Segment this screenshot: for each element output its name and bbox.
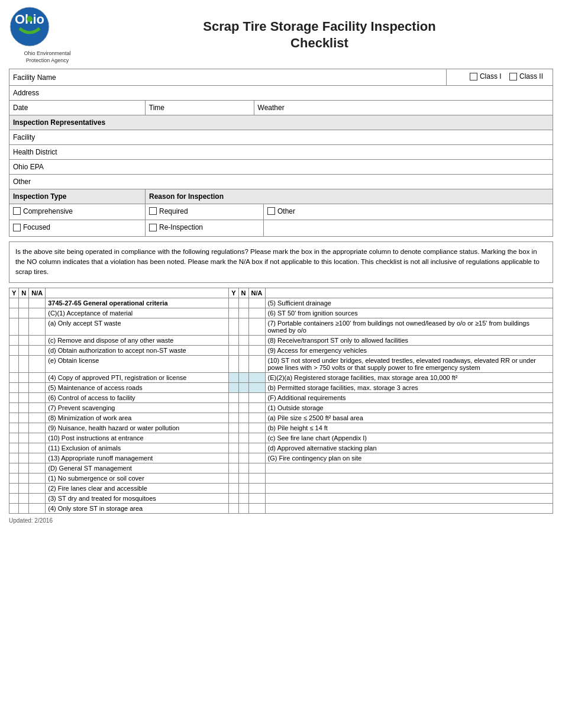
na-cell-left-5[interactable] [29, 355, 46, 372]
y-cell-left-15[interactable] [9, 463, 19, 473]
y-cell-left-6[interactable] [9, 372, 19, 382]
na-cell-left-17[interactable] [29, 483, 46, 493]
y-cell-right-17[interactable] [229, 483, 238, 493]
n-cell-left-13[interactable] [19, 443, 29, 453]
na-cell-left-6[interactable] [29, 372, 46, 382]
na-cell-left-11[interactable] [29, 423, 46, 433]
n-cell-right-19[interactable] [238, 503, 248, 513]
n-cell-left-3[interactable] [19, 335, 29, 345]
y-cell-left-0[interactable] [9, 298, 19, 308]
n-cell-left-18[interactable] [19, 493, 29, 503]
na-cell-right-2[interactable] [248, 318, 265, 335]
n-cell-right-5[interactable] [238, 355, 248, 372]
na-cell-right-8[interactable] [248, 392, 265, 402]
y-cell-right-14[interactable] [229, 453, 238, 463]
na-cell-left-9[interactable] [29, 402, 46, 413]
n-cell-right-14[interactable] [238, 453, 248, 463]
na-cell-left-2[interactable] [29, 318, 46, 335]
na-cell-left-15[interactable] [29, 463, 46, 473]
y-cell-left-9[interactable] [9, 402, 19, 413]
n-cell-left-2[interactable] [19, 318, 29, 335]
y-cell-right-11[interactable] [229, 423, 238, 433]
n-cell-left-16[interactable] [19, 473, 29, 483]
y-cell-left-3[interactable] [9, 335, 19, 345]
y-cell-left-19[interactable] [9, 503, 19, 513]
n-cell-right-16[interactable] [238, 473, 248, 483]
n-cell-right-6[interactable] [238, 372, 248, 382]
na-cell-left-7[interactable] [29, 382, 46, 392]
na-cell-right-10[interactable] [248, 413, 265, 423]
n-cell-left-1[interactable] [19, 308, 29, 318]
y-cell-right-4[interactable] [229, 345, 238, 355]
n-cell-right-9[interactable] [238, 402, 248, 413]
na-cell-right-18[interactable] [248, 493, 265, 503]
class-ii-checkbox[interactable] [509, 73, 517, 80]
y-cell-left-4[interactable] [9, 345, 19, 355]
required-option[interactable]: Required [149, 207, 188, 215]
y-cell-right-2[interactable] [229, 318, 238, 335]
y-cell-right-7[interactable] [229, 382, 238, 392]
required-checkbox[interactable] [149, 207, 157, 215]
y-cell-left-14[interactable] [9, 453, 19, 463]
n-cell-right-4[interactable] [238, 345, 248, 355]
na-cell-right-13[interactable] [248, 443, 265, 453]
n-cell-right-3[interactable] [238, 335, 248, 345]
n-cell-right-1[interactable] [238, 308, 248, 318]
na-cell-right-3[interactable] [248, 335, 265, 345]
n-cell-left-15[interactable] [19, 463, 29, 473]
y-cell-left-18[interactable] [9, 493, 19, 503]
n-cell-left-6[interactable] [19, 372, 29, 382]
na-cell-left-12[interactable] [29, 433, 46, 443]
y-cell-right-3[interactable] [229, 335, 238, 345]
y-cell-right-1[interactable] [229, 308, 238, 318]
class-ii-option[interactable]: Class II [509, 72, 543, 80]
y-cell-right-16[interactable] [229, 473, 238, 483]
focused-option[interactable]: Focused [13, 223, 50, 231]
n-cell-right-13[interactable] [238, 443, 248, 453]
y-cell-left-7[interactable] [9, 382, 19, 392]
na-cell-left-13[interactable] [29, 443, 46, 453]
n-cell-right-12[interactable] [238, 433, 248, 443]
reinspection-checkbox[interactable] [149, 224, 157, 231]
na-cell-left-0[interactable] [29, 298, 46, 308]
na-cell-right-0[interactable] [248, 298, 265, 308]
y-cell-left-2[interactable] [9, 318, 19, 335]
y-cell-left-8[interactable] [9, 392, 19, 402]
n-cell-right-0[interactable] [238, 298, 248, 308]
na-cell-right-9[interactable] [248, 402, 265, 413]
n-cell-left-17[interactable] [19, 483, 29, 493]
na-cell-left-16[interactable] [29, 473, 46, 483]
n-cell-right-18[interactable] [238, 493, 248, 503]
na-cell-left-3[interactable] [29, 335, 46, 345]
y-cell-right-13[interactable] [229, 443, 238, 453]
na-cell-left-19[interactable] [29, 503, 46, 513]
na-cell-right-1[interactable] [248, 308, 265, 318]
na-cell-right-4[interactable] [248, 345, 265, 355]
na-cell-left-1[interactable] [29, 308, 46, 318]
n-cell-left-4[interactable] [19, 345, 29, 355]
na-cell-right-16[interactable] [248, 473, 265, 483]
n-cell-right-8[interactable] [238, 392, 248, 402]
na-cell-left-4[interactable] [29, 345, 46, 355]
y-cell-right-6[interactable] [229, 372, 238, 382]
n-cell-right-17[interactable] [238, 483, 248, 493]
n-cell-left-19[interactable] [19, 503, 29, 513]
n-cell-left-14[interactable] [19, 453, 29, 463]
y-cell-left-16[interactable] [9, 473, 19, 483]
n-cell-left-12[interactable] [19, 433, 29, 443]
n-cell-right-15[interactable] [238, 463, 248, 473]
n-cell-right-10[interactable] [238, 413, 248, 423]
comprehensive-option[interactable]: Comprehensive [13, 207, 73, 215]
n-cell-left-7[interactable] [19, 382, 29, 392]
n-cell-left-11[interactable] [19, 423, 29, 433]
n-cell-left-5[interactable] [19, 355, 29, 372]
na-cell-right-6[interactable] [248, 372, 265, 382]
class-i-checkbox[interactable] [470, 73, 477, 80]
na-cell-left-14[interactable] [29, 453, 46, 463]
n-cell-left-9[interactable] [19, 402, 29, 413]
n-cell-right-2[interactable] [238, 318, 248, 335]
y-cell-right-18[interactable] [229, 493, 238, 503]
y-cell-right-0[interactable] [229, 298, 238, 308]
n-cell-left-0[interactable] [19, 298, 29, 308]
other-checkbox[interactable] [267, 207, 275, 215]
